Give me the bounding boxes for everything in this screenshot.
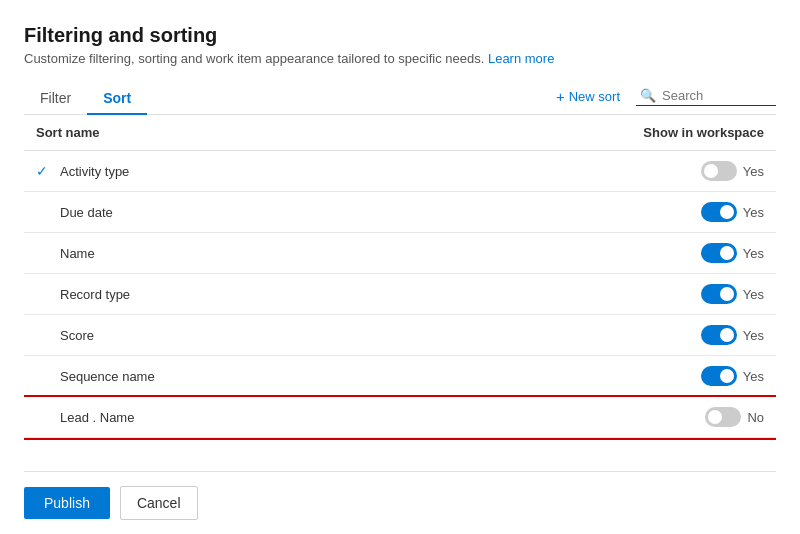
col-sort-name: Sort name <box>24 115 397 151</box>
search-icon: 🔍 <box>640 88 656 103</box>
sort-name-label: Due date <box>60 205 113 220</box>
toggle-switch[interactable] <box>701 161 737 181</box>
tab-filter[interactable]: Filter <box>24 82 87 114</box>
table-row: Sequence nameYes <box>24 356 776 397</box>
footer: Publish Cancel <box>24 471 776 534</box>
table-row: Due dateYes <box>24 192 776 233</box>
publish-button[interactable]: Publish <box>24 487 110 519</box>
toggle-label: Yes <box>743 328 764 343</box>
sort-name-label: Sequence name <box>60 369 155 384</box>
col-show-in-workspace: Show in workspace <box>397 115 776 151</box>
toggle-label: No <box>747 410 764 425</box>
search-box: 🔍 <box>636 86 776 106</box>
table-row: ✓Activity typeYes <box>24 151 776 192</box>
toggle-switch[interactable] <box>705 407 741 427</box>
toggle-switch[interactable] <box>701 325 737 345</box>
toggle-label: Yes <box>743 287 764 302</box>
sort-table: Sort name Show in workspace ✓Activity ty… <box>24 115 776 438</box>
table-row: Lead . NameNo <box>24 397 776 438</box>
tabs-left: Filter Sort <box>24 82 147 114</box>
table-row: ScoreYes <box>24 315 776 356</box>
tab-sort[interactable]: Sort <box>87 82 147 114</box>
table-container: Sort name Show in workspace ✓Activity ty… <box>24 115 776 471</box>
tab-actions: + New sort 🔍 <box>548 84 776 113</box>
learn-more-link[interactable]: Learn more <box>488 51 554 66</box>
search-input[interactable] <box>662 88 762 103</box>
cancel-button[interactable]: Cancel <box>120 486 198 520</box>
check-icon: ✓ <box>36 163 52 179</box>
sort-name-label: Activity type <box>60 164 129 179</box>
toggle-label: Yes <box>743 246 764 261</box>
toggle-switch[interactable] <box>701 366 737 386</box>
page-subtitle: Customize filtering, sorting and work it… <box>24 51 776 66</box>
sort-name-label: Score <box>60 328 94 343</box>
toggle-switch[interactable] <box>701 243 737 263</box>
toggle-switch[interactable] <box>701 284 737 304</box>
sort-name-label: Lead . Name <box>60 410 134 425</box>
tab-bar: Filter Sort + New sort 🔍 <box>24 82 776 115</box>
sort-name-label: Name <box>60 246 95 261</box>
toggle-label: Yes <box>743 369 764 384</box>
new-sort-button[interactable]: + New sort <box>548 84 628 109</box>
toggle-label: Yes <box>743 205 764 220</box>
plus-icon: + <box>556 88 565 105</box>
toggle-switch[interactable] <box>701 202 737 222</box>
table-row: NameYes <box>24 233 776 274</box>
sort-name-label: Record type <box>60 287 130 302</box>
page-container: Filtering and sorting Customize filterin… <box>0 0 800 534</box>
toggle-label: Yes <box>743 164 764 179</box>
table-row: Record typeYes <box>24 274 776 315</box>
page-title: Filtering and sorting <box>24 24 776 47</box>
